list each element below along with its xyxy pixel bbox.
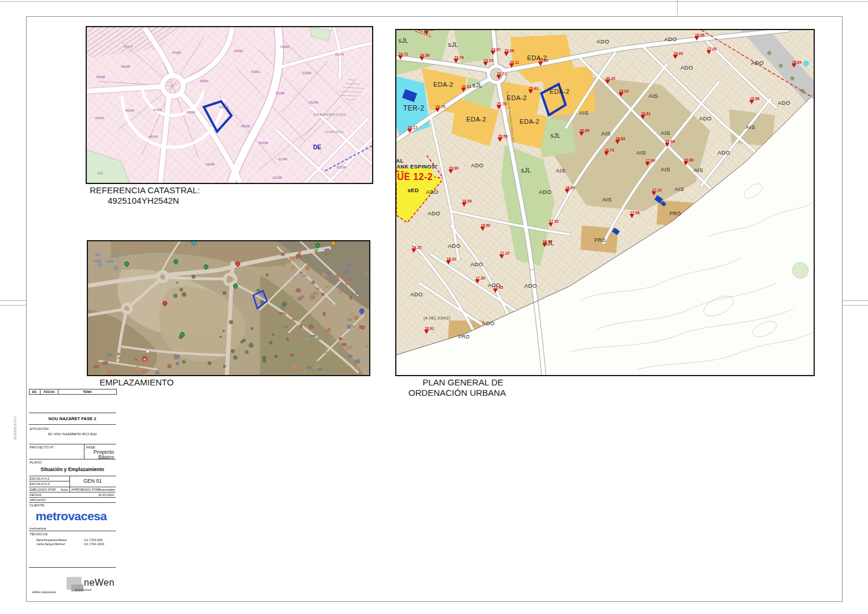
plan-zone-label: AIS — [579, 110, 589, 116]
title-block: ED. FECHA TEMA NOU NAZARET FASE 2 SITUAC… — [26, 388, 116, 601]
red-triangle-icon — [792, 64, 796, 68]
cadastral-caption-line2: 4925104YH2542N — [108, 196, 179, 205]
tecnico-1-col: Col. CTAA 5240 — [84, 539, 103, 542]
plan-zone-label: ADO — [482, 321, 495, 326]
plan-elevation-marker: 17.90 — [645, 162, 650, 166]
plan-zone-label: AL — [396, 159, 404, 164]
cadastral-parcel-number: 47777 — [124, 46, 133, 49]
plan-elevation-marker: 18.83 — [615, 140, 620, 144]
plan-zone-label: AIS — [675, 186, 685, 192]
plan-zone-label: sJL — [448, 42, 458, 48]
plan-zone-label: ADO — [410, 292, 423, 297]
plan-elevation-marker: 15.59 — [749, 100, 754, 104]
plan-zone-label: PRO — [670, 211, 681, 216]
plan-elevation-marker: 18.09 — [565, 189, 569, 193]
plan-zone-label: ADO — [664, 36, 677, 42]
drawing-sheet: { "sheet": { "ref_caption_1": "REFERENCI… — [0, 0, 868, 614]
revision-col-ed: ED. — [29, 389, 41, 395]
cadastral-parcel-number: 50238 — [259, 142, 267, 145]
plan-zone-label: EDA-2 — [433, 82, 453, 88]
cadastral-parcel-number: 45244 — [95, 117, 104, 120]
red-triangle-icon — [565, 189, 569, 193]
plan-elevation-marker: 24.72 — [398, 56, 403, 60]
red-triangle-icon — [615, 140, 620, 144]
cadastral-parcel-number: 45238 — [241, 125, 249, 128]
aprobado-value: Autorizador — [94, 488, 115, 491]
plan-elevation-marker: 23.75 — [435, 108, 440, 112]
plan-zone-label: ADO — [699, 116, 712, 122]
red-triangle-icon — [496, 105, 501, 109]
red-triangle-icon — [641, 115, 645, 119]
cadastral-parcel-number: 51268 — [275, 92, 284, 95]
plan-zone-label: sJL — [550, 133, 561, 139]
cadastral-parcel-number: 49264 — [234, 50, 242, 53]
situacion-value: SC NOU NAZARETH RC1-9(A) — [29, 432, 116, 436]
red-triangle-icon — [619, 93, 623, 97]
plan-elevation-marker: 23.29 — [483, 62, 488, 66]
red-triangle-icon — [461, 88, 466, 92]
fold-mark-top — [677, 0, 678, 15]
red-triangle-icon — [538, 62, 543, 66]
red-triangle-icon — [673, 55, 678, 59]
cadastral-parcel-number: 46249 — [125, 109, 134, 113]
plan-elevation-marker: 22.71 — [496, 75, 501, 79]
revision-col-tema: TEMA — [58, 389, 117, 395]
red-triangle-icon — [645, 162, 650, 166]
plot-timestamp: 30/03/2022 20:33:37 — [14, 416, 17, 440]
plano-label: PLANO: — [30, 461, 42, 464]
red-triangle-icon — [579, 132, 584, 136]
green-map-pin-icon — [232, 282, 238, 289]
sq-map-pin-icon — [146, 350, 149, 353]
aerial-photo: H — [87, 240, 370, 376]
red-triangle-icon — [604, 152, 609, 156]
plan-zone-label: ADO — [751, 60, 764, 66]
plan-zone-label: ADO — [778, 100, 790, 106]
dibujado-value: Autor — [49, 488, 68, 491]
red-triangle-icon — [475, 280, 480, 284]
cadastral-parcel-number: 46244 — [149, 135, 157, 139]
plan-elevation-marker: 19.03 — [619, 93, 623, 97]
plan-zone-label: sJL — [398, 38, 409, 44]
revision-table-header: ED. FECHA TEMA — [29, 389, 117, 395]
plan-elevation-marker: 16.88 — [542, 243, 547, 247]
red-triangle-icon — [493, 289, 498, 293]
red-triangle-icon — [605, 80, 610, 84]
plan-elevation-marker: 18.81 — [641, 115, 645, 119]
plan-zone-label: AIS — [556, 168, 566, 174]
plan-elevation-marker: 22.91 — [461, 88, 466, 92]
plan-elevation-marker: 20.09 — [579, 132, 584, 136]
plan-elevation-marker: 21.76 — [496, 105, 501, 109]
cadastral-parcel-number: 52269 — [302, 72, 311, 75]
orange-map-pin-icon — [330, 240, 336, 247]
plan-elevation-marker: 17.52 — [549, 223, 553, 227]
plan-zone-label: ADO — [718, 150, 730, 156]
plan-zone-label: AIS — [649, 93, 659, 99]
cadastral-parcel-number: URBANIZACION — [313, 113, 346, 116]
plano-value: Situación y Emplazamiento — [29, 466, 116, 472]
plan-zone-label: ADO — [448, 243, 461, 249]
plan-zone-label: sED — [407, 187, 419, 193]
red-triangle-icon — [504, 52, 509, 56]
cadastral-parcel-number: 51568 — [280, 46, 289, 49]
tecnico-2-name: Carlos Sarquis Martínez — [36, 543, 65, 546]
cliente-label: CLIENTE: — [30, 503, 45, 507]
fold-mark-left-1 — [0, 300, 26, 301]
red-triangle-icon — [407, 129, 412, 133]
urban-plan-map: sJLsJLsJLsJLsJLsJLEDA-2EDA-2EDA-2EDA-2ED… — [395, 29, 815, 376]
sheet-code: GEN 01 — [69, 478, 116, 484]
plan-zone-label: EDA-2 — [466, 116, 486, 123]
plan-elevation-marker: 16.68 — [683, 161, 688, 166]
red-triangle-icon — [480, 227, 485, 231]
plan-zone-label: AIS — [694, 167, 704, 173]
red-triangle-icon — [411, 249, 416, 253]
plan-elevation-marker: 16.91 — [424, 330, 429, 334]
plan-elevation-marker: 23.11 — [509, 64, 514, 68]
plan-elevation-marker: 23.79 — [454, 59, 458, 63]
green-map-pin-icon — [314, 242, 321, 248]
red-triangle-icon — [665, 143, 670, 147]
cadastral-parcel-number: 51238 — [273, 177, 281, 180]
cadastral-parcel-number: 52238 — [337, 166, 345, 170]
red-triangle-icon — [496, 75, 501, 79]
archivo-label: ARCHIVO: — [30, 498, 46, 502]
plan-elevation-marker: 19.90 — [448, 170, 453, 174]
